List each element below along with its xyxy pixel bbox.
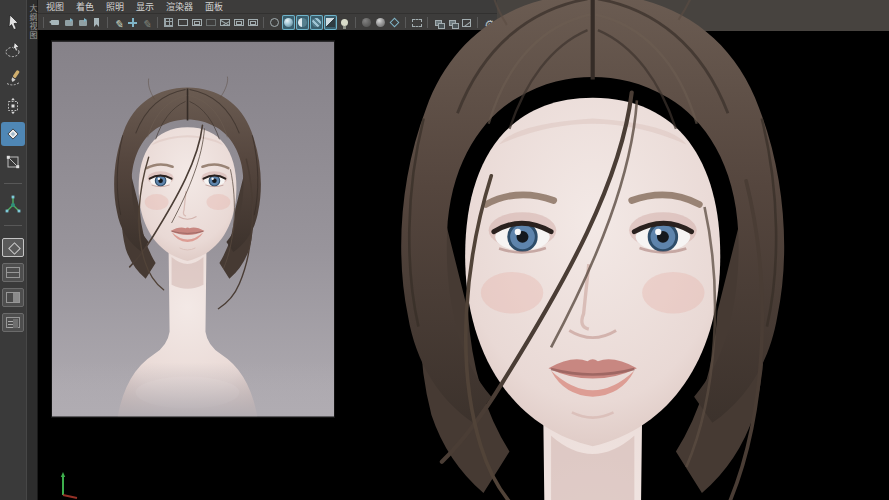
- separator: [107, 17, 108, 28]
- toolbox-divider: [4, 183, 22, 184]
- single-pane-layout-button[interactable]: [2, 238, 24, 257]
- menu-lighting[interactable]: 照明: [100, 2, 130, 12]
- menu-shading[interactable]: 着色: [70, 2, 100, 12]
- panel-side-strip: 大纲视图: [26, 0, 38, 500]
- reference-portrait-render: [52, 41, 334, 417]
- separator: [477, 17, 478, 28]
- camera-swap-b-icon[interactable]: [76, 15, 89, 30]
- lasso-select-tool[interactable]: [1, 38, 25, 62]
- perspective-viewport[interactable]: [38, 30, 889, 500]
- select-box-icon[interactable]: [410, 15, 423, 30]
- scale-icon: [4, 153, 22, 171]
- snapshot-off-icon[interactable]: [460, 15, 473, 30]
- reference-image-plane[interactable]: [52, 41, 334, 417]
- shaded-mode-icon[interactable]: [282, 15, 295, 30]
- resolution-gate-icon[interactable]: [190, 15, 203, 30]
- menu-view[interactable]: 视图: [40, 2, 70, 12]
- single-pane-icon: [6, 242, 20, 253]
- isolate-select-icon[interactable]: [388, 15, 401, 30]
- bookmark-icon[interactable]: [90, 15, 103, 30]
- select-arrow-icon: [4, 13, 22, 31]
- separator: [157, 17, 158, 28]
- toolbox-divider: [4, 225, 22, 226]
- quick-layout-buttons: [2, 238, 24, 332]
- safe-action-icon[interactable]: [232, 15, 245, 30]
- outliner-pane-layout-button[interactable]: [2, 313, 24, 332]
- outliner-pane-icon: [6, 317, 20, 328]
- xray-icon[interactable]: [360, 15, 373, 30]
- camera-swap-a-icon[interactable]: [62, 15, 75, 30]
- separator: [405, 17, 406, 28]
- film-gate-icon[interactable]: [176, 15, 189, 30]
- textured-mode-icon[interactable]: [296, 15, 309, 30]
- wireframe-mode-icon[interactable]: [268, 15, 281, 30]
- maya-viewport-window: 大纲视图 视图着色照明显示渲染器面板 0.00: [0, 0, 889, 500]
- joint-tool[interactable]: [1, 192, 25, 216]
- brush-icon: [4, 69, 22, 87]
- axis-handle-icon[interactable]: [126, 15, 139, 30]
- use-lights-icon[interactable]: [310, 15, 323, 30]
- separator: [43, 17, 44, 28]
- joint-icon: [3, 194, 23, 214]
- snap-camera-icon[interactable]: [48, 15, 61, 30]
- four-pane-layout-button[interactable]: [2, 263, 24, 282]
- xray-joints-icon[interactable]: [374, 15, 387, 30]
- separator: [355, 17, 356, 28]
- outliner-tab[interactable]: 大纲视图: [27, 4, 37, 40]
- snapshot-icon[interactable]: [432, 15, 445, 30]
- pencil-tool-icon[interactable]: [140, 15, 153, 30]
- rotate-tool[interactable]: [1, 122, 25, 146]
- separator: [427, 17, 428, 28]
- snapshot-2-icon[interactable]: [446, 15, 459, 30]
- two-pane-layout-button[interactable]: [2, 288, 24, 307]
- grid-toggle-icon[interactable]: [162, 15, 175, 30]
- move-tool[interactable]: [1, 94, 25, 118]
- gear-icon[interactable]: [482, 15, 495, 30]
- select-tool[interactable]: [1, 10, 25, 34]
- four-pane-icon: [6, 267, 20, 278]
- rotate-icon: [4, 125, 22, 143]
- shadows-icon[interactable]: [324, 15, 337, 30]
- menu-panels[interactable]: 面板: [199, 2, 229, 12]
- light-bulb-icon[interactable]: [338, 15, 351, 30]
- render-backdrop-band: [497, 0, 889, 31]
- separator: [263, 17, 264, 28]
- move-icon: [4, 97, 22, 115]
- gate-mask-icon[interactable]: [204, 15, 217, 30]
- paint-selection-tool[interactable]: [1, 66, 25, 90]
- scale-tool[interactable]: [1, 150, 25, 174]
- lasso-icon: [4, 41, 22, 59]
- safe-title-icon[interactable]: [246, 15, 259, 30]
- tool-box: [0, 0, 26, 500]
- field-chart-icon[interactable]: [218, 15, 231, 30]
- view-axis-indicator: [56, 469, 84, 499]
- pen-tool-icon[interactable]: [112, 15, 125, 30]
- menu-show[interactable]: 显示: [130, 2, 160, 12]
- two-pane-icon: [6, 292, 20, 303]
- menu-renderer[interactable]: 渲染器: [160, 2, 199, 12]
